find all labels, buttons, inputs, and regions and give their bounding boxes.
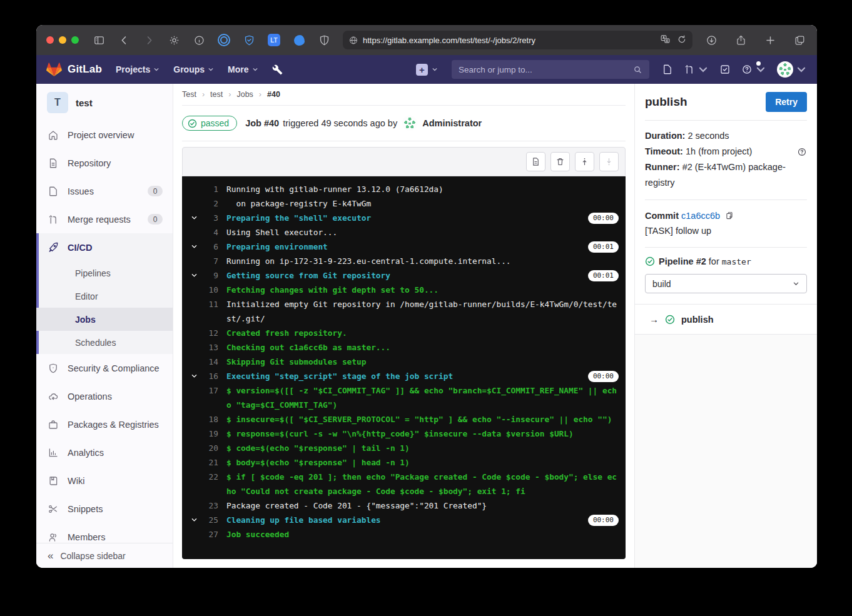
privacy-shield-extension-icon[interactable] xyxy=(241,33,256,48)
sidebar-item-operations[interactable]: Operations xyxy=(36,382,173,410)
line-number[interactable]: 10 xyxy=(201,283,218,297)
duration-value: 2 seconds xyxy=(687,131,729,141)
sidebar-item-issues[interactable]: Issues0 xyxy=(36,177,173,205)
sidebar-item-snippets[interactable]: Snippets xyxy=(36,495,173,523)
translate-icon[interactable] xyxy=(660,34,671,46)
share-icon[interactable] xyxy=(733,33,748,48)
issues-nav-icon[interactable] xyxy=(662,64,673,75)
search-input[interactable]: Search or jump to... xyxy=(452,60,649,79)
merge-requests-nav-icon[interactable] xyxy=(684,64,709,75)
minimize-window-button[interactable] xyxy=(59,36,66,44)
back-icon[interactable] xyxy=(116,33,131,48)
line-number[interactable]: 3 xyxy=(201,211,218,225)
info-icon[interactable] xyxy=(191,33,206,48)
line-number[interactable]: 18 xyxy=(201,412,218,427)
sidebar-item-wiki[interactable]: Wiki xyxy=(36,467,173,495)
sidebar-toggle-icon[interactable] xyxy=(91,33,106,48)
line-number[interactable]: 2 xyxy=(201,196,218,211)
gitlab-home-link[interactable]: GitLab xyxy=(46,62,102,78)
user-menu[interactable] xyxy=(777,61,807,78)
tab-overview-icon[interactable] xyxy=(792,33,807,48)
stage-job-row[interactable]: → publish xyxy=(635,304,817,335)
line-number[interactable]: 6 xyxy=(201,240,218,254)
sidebar-item-repository[interactable]: Repository xyxy=(36,149,173,177)
line-number[interactable]: 9 xyxy=(201,268,218,283)
close-window-button[interactable] xyxy=(46,36,54,44)
line-number[interactable]: 7 xyxy=(201,254,218,268)
line-number[interactable]: 22 xyxy=(201,470,218,484)
stage-dropdown[interactable]: build xyxy=(645,274,807,293)
line-number[interactable]: 20 xyxy=(201,441,218,455)
log-section-line[interactable]: 25Cleaning up file based variables00:00 xyxy=(182,513,626,527)
adblock-shield-icon[interactable] xyxy=(317,33,332,48)
extension-blob-icon[interactable] xyxy=(292,33,307,48)
line-number[interactable]: 25 xyxy=(201,513,218,527)
line-number[interactable]: 13 xyxy=(201,340,218,355)
status-badge[interactable]: passed xyxy=(182,116,237,131)
sidebar-item-members[interactable]: Members xyxy=(36,523,173,543)
copy-commit-icon[interactable] xyxy=(725,211,734,220)
line-number[interactable]: 16 xyxy=(201,369,218,383)
breadcrumb-jobs[interactable]: Jobs xyxy=(236,90,253,99)
line-number[interactable]: 14 xyxy=(201,355,218,369)
forward-icon[interactable] xyxy=(141,33,156,48)
user-avatar[interactable] xyxy=(777,61,793,78)
line-number[interactable]: 21 xyxy=(201,455,218,470)
show-raw-button[interactable] xyxy=(526,152,545,171)
sidebar-subitem-pipelines[interactable]: Pipelines xyxy=(36,261,173,285)
line-number[interactable]: 4 xyxy=(201,225,218,240)
log-section-line[interactable]: 16Executing "step_script" stage of the j… xyxy=(182,369,626,383)
line-number[interactable]: 27 xyxy=(201,527,218,542)
triggerer-avatar[interactable] xyxy=(402,116,417,131)
log-section-line[interactable]: 9Getting source from Git repository00:01 xyxy=(182,268,626,283)
line-number[interactable]: 23 xyxy=(201,498,218,513)
triggerer-name[interactable]: Administrator xyxy=(422,118,482,128)
line-number[interactable]: 1 xyxy=(201,182,218,196)
nav-more[interactable]: More xyxy=(228,64,258,74)
project-header[interactable]: T test xyxy=(36,84,173,121)
onepassword-extension-icon[interactable] xyxy=(216,33,231,48)
new-dropdown[interactable]: + xyxy=(416,64,438,76)
log-section-line[interactable]: 6Preparing environment00:01 xyxy=(182,240,626,254)
timeout-help-icon[interactable] xyxy=(797,147,807,157)
address-bar[interactable]: https://gitlab.example.com/test/test/-/j… xyxy=(343,31,692,49)
settings-gear-icon[interactable] xyxy=(166,33,181,48)
sidebar-subitem-editor[interactable]: Editor xyxy=(36,285,173,308)
sidebar-item-project-overview[interactable]: Project overview xyxy=(36,121,173,149)
admin-wrench-icon[interactable] xyxy=(272,64,283,75)
log-section-line[interactable]: 3Preparing the "shell" executor00:00 xyxy=(182,211,626,225)
scroll-to-top-button[interactable] xyxy=(575,152,594,171)
line-number[interactable]: 17 xyxy=(201,383,218,398)
sidebar-item-ci-cd[interactable]: CI/CD xyxy=(36,233,173,261)
sidebar-item-security-compliance[interactable]: Security & Compliance xyxy=(36,354,173,382)
sidebar-item-analytics[interactable]: Analytics xyxy=(36,438,173,467)
commit-sha-link[interactable]: c1a6cc6b xyxy=(681,211,720,221)
pipeline-ref[interactable]: master xyxy=(722,257,751,266)
job-log[interactable]: 1Running with gitlab-runner 13.12.0 (7a6… xyxy=(182,176,626,559)
new-tab-icon[interactable] xyxy=(763,33,778,48)
nav-groups[interactable]: Groups xyxy=(173,64,214,74)
sidebar-item-merge-requests[interactable]: Merge requests0 xyxy=(36,205,173,233)
log-line: 17$ version=$([[ -z "$CI_COMMIT_TAG" ]] … xyxy=(182,383,626,412)
collapse-sidebar-button[interactable]: « Collapse sidebar xyxy=(36,543,173,568)
scroll-to-bottom-button[interactable] xyxy=(599,152,619,171)
sidebar-subitem-schedules[interactable]: Schedules xyxy=(36,331,173,354)
url-text[interactable]: https://gitlab.example.com/test/test/-/j… xyxy=(363,36,656,45)
pipeline-id[interactable]: #2 xyxy=(696,256,706,266)
retry-button[interactable]: Retry xyxy=(766,92,807,112)
line-number[interactable]: 12 xyxy=(201,326,218,340)
nav-projects[interactable]: Projects xyxy=(116,64,160,74)
sidebar-subitem-jobs[interactable]: Jobs xyxy=(36,308,173,331)
help-nav-icon[interactable] xyxy=(741,64,766,75)
sidebar-item-packages-registries[interactable]: Packages & Registries xyxy=(36,410,173,438)
breadcrumb-group[interactable]: Test xyxy=(182,90,196,99)
downloads-icon[interactable] xyxy=(704,33,719,48)
line-number[interactable]: 19 xyxy=(201,427,218,441)
line-number[interactable]: 11 xyxy=(201,297,218,311)
reload-icon[interactable] xyxy=(677,34,687,46)
blue-app-extension-icon[interactable]: LT xyxy=(266,33,281,48)
zoom-window-button[interactable] xyxy=(71,36,79,44)
todos-nav-icon[interactable] xyxy=(719,64,731,75)
erase-log-button[interactable] xyxy=(550,152,570,171)
breadcrumb-project[interactable]: test xyxy=(210,90,223,99)
